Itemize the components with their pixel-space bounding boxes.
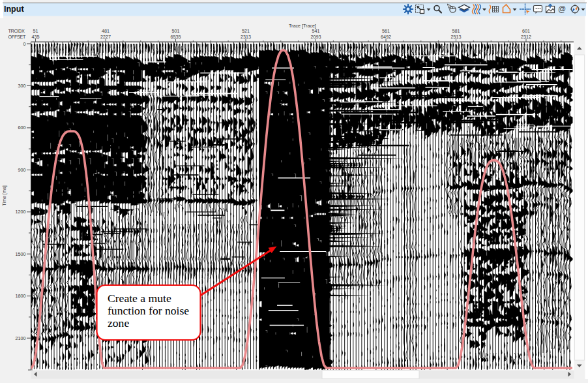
svg-text:Input: Input <box>4 5 24 14</box>
svg-text:1200: 1200 <box>16 209 26 215</box>
svg-text:1800: 1800 <box>16 293 26 299</box>
svg-text:function for noise: function for noise <box>108 304 189 317</box>
svg-text:1500: 1500 <box>16 251 26 257</box>
svg-text:Create a mute: Create a mute <box>108 292 171 305</box>
svg-text:300: 300 <box>18 83 26 89</box>
svg-text:Time [ms]: Time [ms] <box>1 185 7 206</box>
svg-text:0: 0 <box>23 41 26 47</box>
svg-text:561: 561 <box>382 28 390 34</box>
svg-text:@: @ <box>558 5 566 14</box>
svg-text:51: 51 <box>33 28 38 34</box>
svg-text:601: 601 <box>522 28 530 34</box>
svg-text:900: 900 <box>18 167 26 173</box>
svg-text:OFFSET: OFFSET <box>8 34 26 40</box>
svg-text:TRCIDX: TRCIDX <box>8 28 25 34</box>
svg-text:581: 581 <box>452 28 460 34</box>
svg-text:541: 541 <box>312 28 320 34</box>
svg-text:521: 521 <box>242 28 250 34</box>
svg-text:501: 501 <box>172 28 180 34</box>
svg-text:2100: 2100 <box>16 335 26 341</box>
svg-text:zone: zone <box>108 316 129 329</box>
svg-text:600: 600 <box>18 125 26 130</box>
svg-text:481: 481 <box>102 28 110 34</box>
